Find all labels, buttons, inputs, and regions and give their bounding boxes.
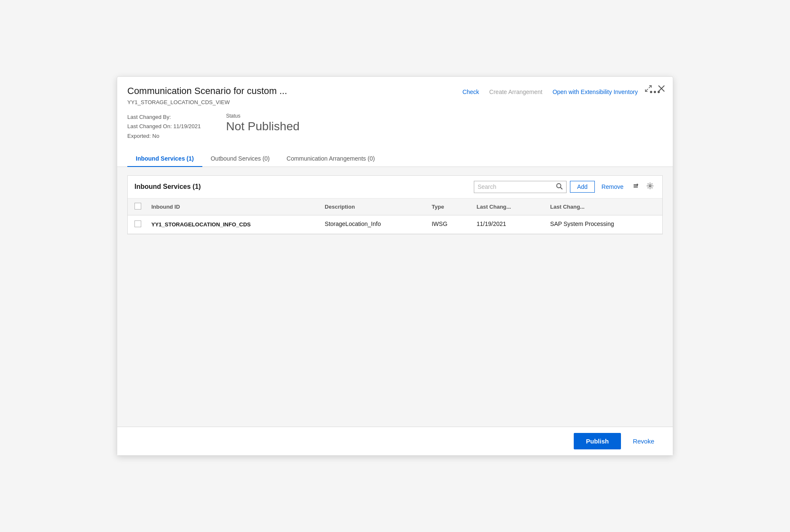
table-title: Inbound Services (1) bbox=[134, 183, 201, 191]
header-checkbox-col bbox=[128, 199, 145, 215]
dialog-subtitle: YY1_STORAGE_LOCATION_CDS_VIEW bbox=[127, 99, 287, 105]
remove-button[interactable]: Remove bbox=[598, 181, 627, 192]
svg-line-5 bbox=[560, 187, 562, 189]
open-extensibility-link[interactable]: Open with Extensibility Inventory bbox=[553, 89, 638, 95]
sort-button[interactable] bbox=[630, 181, 641, 193]
publish-button[interactable]: Publish bbox=[574, 433, 621, 449]
header-actions: Check Create Arrangement Open with Exten… bbox=[462, 87, 663, 97]
expand-button[interactable] bbox=[643, 83, 653, 95]
dialog-title: Communication Scenario for custom ... bbox=[127, 85, 287, 97]
create-arrangement-link[interactable]: Create Arrangement bbox=[489, 89, 543, 95]
tabs: Inbound Services (1) Outbound Services (… bbox=[127, 151, 663, 167]
svg-point-4 bbox=[556, 183, 561, 188]
header-type: Type bbox=[425, 199, 470, 215]
status-label: Status bbox=[226, 113, 299, 119]
tab-inbound-services[interactable]: Inbound Services (1) bbox=[127, 151, 202, 167]
revoke-button[interactable]: Revoke bbox=[624, 433, 663, 449]
table-actions: Add Remove bbox=[474, 181, 656, 193]
header-checkbox[interactable] bbox=[134, 203, 141, 210]
inbound-services-table: Inbound ID Description Type Last Chang..… bbox=[128, 199, 662, 234]
search-input[interactable] bbox=[478, 183, 556, 190]
meta-left: Last Changed By: Last Changed On: 11/19/… bbox=[127, 113, 201, 141]
row-checkbox[interactable] bbox=[134, 220, 141, 227]
title-block: Communication Scenario for custom ... YY… bbox=[127, 85, 287, 105]
table-header-row: Inbound ID Description Type Last Chang..… bbox=[128, 199, 662, 215]
table-section: Inbound Services (1) Add Remove bbox=[127, 175, 663, 235]
close-button[interactable] bbox=[657, 83, 666, 95]
settings-button[interactable] bbox=[645, 181, 656, 193]
dialog-container: Communication Scenario for custom ... YY… bbox=[117, 76, 673, 456]
status-value: Not Published bbox=[226, 120, 299, 133]
exported: Exported: No bbox=[127, 132, 201, 141]
last-changed-on: Last Changed On: 11/19/2021 bbox=[127, 122, 201, 131]
tabs-container: Inbound Services (1) Outbound Services (… bbox=[117, 151, 673, 167]
cell-type: IWSG bbox=[425, 215, 470, 234]
add-button[interactable]: Add bbox=[570, 181, 595, 193]
cell-last-changed-by: SAP System Processing bbox=[543, 215, 662, 234]
header-last-changed-date: Last Chang... bbox=[470, 199, 544, 215]
window-controls bbox=[643, 83, 666, 95]
search-icon-button[interactable] bbox=[556, 183, 563, 191]
tab-communication-arrangements[interactable]: Communication Arrangements (0) bbox=[278, 151, 383, 167]
svg-point-9 bbox=[649, 185, 651, 187]
content-area: Inbound Services (1) Add Remove bbox=[117, 167, 673, 427]
cell-inbound-id: YY1_STORAGELOCATION_INFO_CDS bbox=[145, 215, 318, 234]
row-checkbox-col bbox=[128, 215, 145, 234]
header-last-changed-by: Last Chang... bbox=[543, 199, 662, 215]
header-description: Description bbox=[318, 199, 425, 215]
search-box bbox=[474, 181, 567, 193]
meta-right: Status Not Published bbox=[226, 113, 299, 141]
cell-last-changed-date: 11/19/2021 bbox=[470, 215, 544, 234]
last-changed-by: Last Changed By: bbox=[127, 113, 201, 122]
svg-line-1 bbox=[645, 89, 648, 91]
table-row: YY1_STORAGELOCATION_INFO_CDS StorageLoca… bbox=[128, 215, 662, 234]
tab-outbound-services[interactable]: Outbound Services (0) bbox=[202, 151, 278, 167]
check-link[interactable]: Check bbox=[462, 89, 479, 95]
table-toolbar: Inbound Services (1) Add Remove bbox=[128, 176, 662, 199]
cell-description: StorageLocation_Info bbox=[318, 215, 425, 234]
meta-section: Last Changed By: Last Changed On: 11/19/… bbox=[117, 105, 673, 141]
dialog-footer: Publish Revoke bbox=[117, 427, 673, 455]
dialog-header: Communication Scenario for custom ... YY… bbox=[117, 77, 673, 105]
svg-line-0 bbox=[649, 86, 651, 88]
header-inbound-id: Inbound ID bbox=[145, 199, 318, 215]
